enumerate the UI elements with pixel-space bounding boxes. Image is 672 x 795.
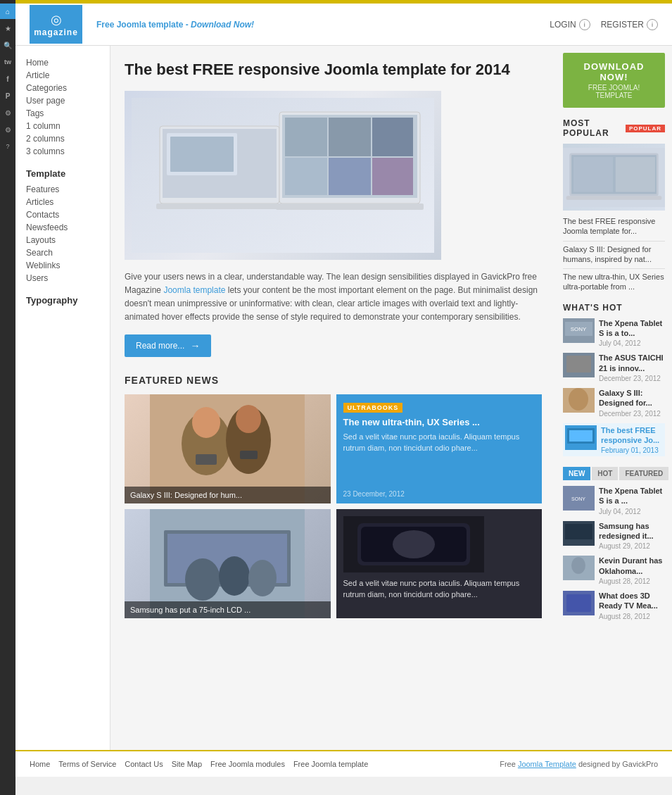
- nav-categories[interactable]: Categories: [26, 82, 99, 94]
- nav-home[interactable]: Home: [26, 56, 99, 69]
- nav-articles[interactable]: Articles: [26, 196, 99, 208]
- svg-rect-48: [569, 430, 592, 442]
- tab-featured[interactable]: FEATURED: [619, 467, 668, 480]
- tab-item-2[interactable]: Samsung has redesigned it... August 29, …: [563, 521, 665, 551]
- featured-caption-1: Galaxy S III: Designed for hum...: [125, 487, 331, 503]
- tagline-text: Free Joomla template -: [96, 20, 191, 30]
- nav-users[interactable]: Users: [26, 272, 99, 284]
- tagline-link[interactable]: Download Now!: [191, 20, 254, 30]
- hot-info-1: The Xpena Tablet S is a to... July 04, 2…: [599, 318, 665, 348]
- svg-point-45: [569, 388, 588, 411]
- nav-typography-title[interactable]: Typography: [26, 295, 99, 306]
- content-area: The best FREE responsive Joomla template…: [110, 46, 556, 750]
- nav-article[interactable]: Article: [26, 69, 99, 82]
- svg-point-26: [185, 558, 220, 601]
- featured-grid: Galaxy S III: Designed for hum... ULTRAB…: [125, 394, 542, 618]
- featured-item-2[interactable]: ULTRABOOKS The new ultra-thin, UX Series…: [336, 394, 543, 503]
- hot-item-2[interactable]: The ASUS TAICHI 21 is innov... December …: [563, 353, 665, 382]
- register-link[interactable]: REGISTER i: [601, 19, 658, 30]
- featured-item-4[interactable]: Sed a velit vitae nunc porta iaculis. Al…: [336, 509, 543, 618]
- whats-hot-section: WHAT'S HOT SONY The Xpena Tablet S is a …: [563, 303, 665, 456]
- article-body-link[interactable]: Joomla template: [163, 285, 225, 295]
- footer-credit-link[interactable]: Joomla Template: [518, 760, 576, 768]
- svg-rect-6: [156, 204, 283, 209]
- header-tagline: Free Joomla template - Download Now!: [96, 20, 550, 30]
- home-social-icon[interactable]: ⌂: [0, 4, 15, 19]
- svg-rect-38: [566, 196, 662, 200]
- featured-item-1[interactable]: Galaxy S III: Designed for hum...: [125, 394, 331, 503]
- facebook-social-icon[interactable]: f: [0, 71, 15, 87]
- download-btn-sub: FREE JOOMLA! TEMPLATE: [577, 84, 651, 99]
- hot-item-4[interactable]: The best FREE responsive Jo... February …: [563, 423, 665, 457]
- login-link[interactable]: LOGIN i: [550, 19, 590, 30]
- tab-item-3[interactable]: Kevin Durant has Oklahoma... August 28, …: [563, 556, 665, 585]
- nav-3columns[interactable]: 3 columns: [26, 145, 99, 158]
- tab-item-1[interactable]: SONY The Xpena Tablet S is a ... July 04…: [563, 486, 665, 515]
- featured-blue-date-2: 23 December, 2012: [343, 490, 405, 498]
- nav-newsfeeds[interactable]: Newsfeeds: [26, 221, 99, 234]
- footer-link-template[interactable]: Free Joomla template: [293, 760, 368, 768]
- nav-1column[interactable]: 1 column: [26, 120, 99, 132]
- nav-contacts[interactable]: Contacts: [26, 208, 99, 221]
- download-button[interactable]: DOWNLOAD NOW! FREE JOOMLA! TEMPLATE: [563, 53, 665, 108]
- tab-thumb-2: [563, 521, 595, 546]
- svg-point-20: [236, 405, 261, 433]
- nav-user-page[interactable]: User page: [26, 94, 99, 107]
- svg-rect-10: [329, 118, 371, 156]
- featured-caption-3: Samsung has put a 75-inch LCD ...: [125, 601, 331, 618]
- svg-rect-12: [285, 158, 327, 195]
- svg-rect-22: [240, 451, 258, 459]
- svg-point-27: [219, 556, 250, 596]
- config-social-icon[interactable]: ⚙: [0, 122, 15, 137]
- tab-new[interactable]: NEW: [563, 467, 590, 480]
- tab-item-4[interactable]: What does 3D Ready TV Mea... August 28, …: [563, 591, 665, 620]
- svg-rect-37: [616, 157, 655, 192]
- footer: Home Terms of Service Contact Us Site Ma…: [15, 750, 672, 777]
- popular-item-3[interactable]: The new ultra-thin, UX Series ultra-port…: [563, 272, 665, 292]
- nav-layouts[interactable]: Layouts: [26, 234, 99, 246]
- header: ◎ magazine Free Joomla template - Downlo…: [15, 4, 672, 46]
- footer-links: Home Terms of Service Contact Us Site Ma…: [30, 760, 368, 768]
- svg-text:SONY: SONY: [571, 496, 585, 501]
- hot-item-3[interactable]: Galaxy S III: Designed for... December 2…: [563, 388, 665, 418]
- read-more-button[interactable]: Read more... →: [125, 334, 211, 357]
- help-social-icon[interactable]: ?: [0, 139, 15, 154]
- twitter-social-icon[interactable]: tw: [0, 54, 15, 70]
- featured-blue-title-2: The new ultra-thin, UX Series ...: [343, 417, 535, 427]
- featured-item-3[interactable]: Samsung has put a 75-inch LCD ...: [125, 509, 331, 618]
- nav-template-title: Template: [26, 168, 99, 179]
- nav-section-main: Home Article Categories User page Tags 1…: [26, 56, 99, 158]
- popular-item-2[interactable]: Galaxy S III: Designed for humans, inspi…: [563, 244, 665, 265]
- tabs-row: NEW HOT FEATURED: [563, 467, 665, 480]
- whats-hot-title: WHAT'S HOT: [563, 303, 665, 313]
- svg-rect-15: [276, 204, 424, 210]
- nav-features[interactable]: Features: [26, 183, 99, 196]
- footer-link-tos[interactable]: Terms of Service: [58, 760, 116, 768]
- svg-rect-11: [372, 118, 413, 156]
- article-image-svg: [132, 98, 434, 253]
- footer-link-sitemap[interactable]: Site Map: [172, 760, 202, 768]
- footer-link-home[interactable]: Home: [30, 760, 50, 768]
- header-right: LOGIN i REGISTER i: [550, 19, 658, 30]
- most-popular-image[interactable]: [563, 144, 665, 211]
- svg-rect-5: [170, 137, 234, 172]
- footer-link-contact[interactable]: Contact Us: [125, 760, 163, 768]
- footer-link-modules[interactable]: Free Joomla modules: [210, 760, 285, 768]
- nav-weblinks[interactable]: Weblinks: [26, 259, 99, 272]
- pinterest-social-icon[interactable]: P: [0, 88, 15, 104]
- search-social-icon[interactable]: 🔍: [0, 37, 15, 53]
- settings-social-icon[interactable]: ⚙: [0, 105, 15, 120]
- article-body: Give your users news in a clear, underst…: [125, 270, 542, 325]
- nav-2columns[interactable]: 2 columns: [26, 132, 99, 145]
- nav-tags[interactable]: Tags: [26, 107, 99, 120]
- hot-thumb-2: [563, 353, 595, 377]
- svg-text:SONY: SONY: [571, 326, 587, 332]
- hot-item-1[interactable]: SONY The Xpena Tablet S is a to... July …: [563, 318, 665, 348]
- featured-tablet-svg: [343, 516, 484, 572]
- svg-point-28: [248, 560, 277, 596]
- tab-hot[interactable]: HOT: [592, 467, 618, 480]
- popular-item-1[interactable]: The best FREE responsive Joomla template…: [563, 216, 665, 237]
- logo[interactable]: ◎ magazine: [30, 5, 82, 44]
- star-social-icon[interactable]: ★: [0, 20, 15, 36]
- nav-search[interactable]: Search: [26, 246, 99, 259]
